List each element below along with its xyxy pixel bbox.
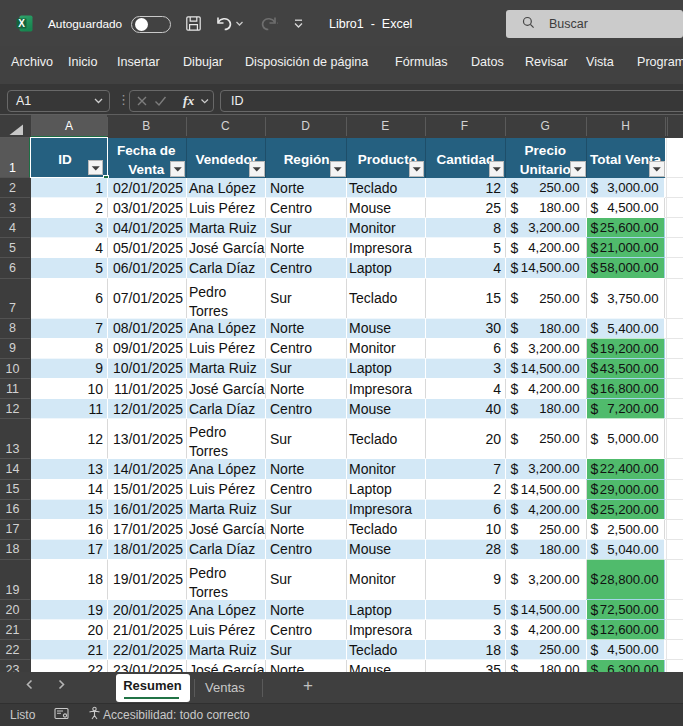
svg-text:X: X	[18, 18, 25, 29]
